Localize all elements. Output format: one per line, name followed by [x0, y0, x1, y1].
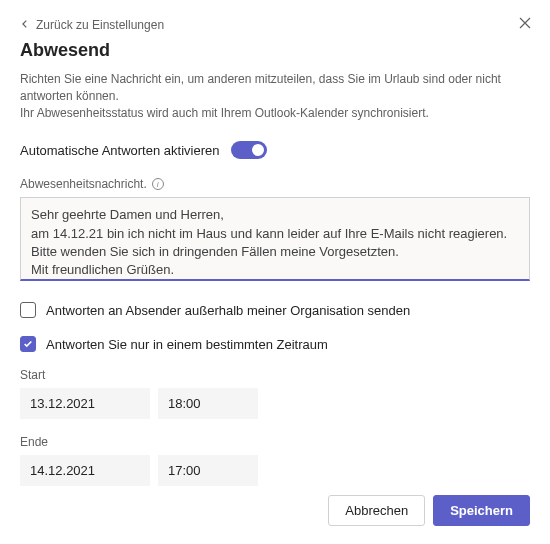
page-title: Abwesend: [20, 40, 530, 61]
close-button[interactable]: [518, 16, 532, 33]
auto-reply-toggle-label: Automatische Antworten aktivieren: [20, 143, 219, 158]
external-senders-label: Antworten an Absender außerhalb meiner O…: [46, 303, 410, 318]
description-text: Richten Sie eine Nachricht ein, um ander…: [20, 71, 530, 121]
info-icon[interactable]: i: [152, 178, 164, 190]
start-time-input[interactable]: [158, 388, 258, 419]
cancel-button[interactable]: Abbrechen: [328, 495, 425, 526]
external-senders-checkbox[interactable]: [20, 302, 36, 318]
auto-reply-toggle[interactable]: [231, 141, 267, 159]
back-to-settings-link[interactable]: Zurück zu Einstellungen: [20, 18, 530, 32]
end-date-input[interactable]: [20, 455, 150, 486]
absence-message-textarea[interactable]: [20, 197, 530, 281]
end-label: Ende: [20, 435, 530, 449]
save-button[interactable]: Speichern: [433, 495, 530, 526]
time-period-label: Antworten Sie nur in einem bestimmten Ze…: [46, 337, 328, 352]
back-link-label: Zurück zu Einstellungen: [36, 18, 164, 32]
start-label: Start: [20, 368, 530, 382]
message-field-label: Abwesenheitsnachricht.: [20, 177, 147, 191]
time-period-checkbox[interactable]: [20, 336, 36, 352]
start-date-input[interactable]: [20, 388, 150, 419]
end-time-input[interactable]: [158, 455, 258, 486]
chevron-left-icon: [20, 18, 30, 32]
